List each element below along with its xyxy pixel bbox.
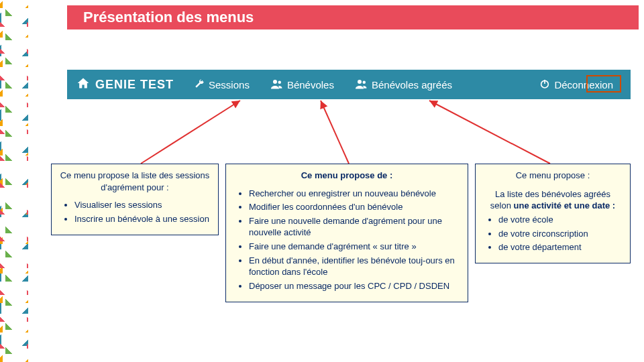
nav-label: Déconnexion — [554, 79, 613, 90]
nav-label: Sessions — [209, 79, 250, 90]
subheader-bold: une activité et une date : — [514, 200, 616, 210]
brand-label: GENIE TEST — [95, 78, 174, 92]
info-box-benevoles: Ce menu propose de : Rechercher ou enreg… — [225, 164, 468, 302]
list-item: Inscrire un bénévole à une session — [74, 214, 210, 225]
box-header: Ce menu propose : — [484, 170, 622, 182]
box-list: Visualiser les sessions Inscrire un béné… — [60, 200, 210, 225]
nav-brand[interactable]: GENIE TEST — [74, 76, 183, 93]
list-item: Faire une demande d'agrément « sur titre… — [249, 241, 460, 253]
nav-label: Bénévoles agréés — [372, 79, 452, 90]
list-item: de votre école — [498, 215, 622, 226]
svg-line-7 — [321, 101, 349, 164]
nav-item-benevoles[interactable]: Bénévoles — [260, 70, 345, 99]
svg-point-3 — [362, 80, 366, 84]
svg-point-2 — [358, 80, 362, 84]
list-item: Faire une nouvelle demande d'agrément po… — [249, 216, 460, 239]
page-title-bar: Présentation des menus — [67, 5, 639, 29]
list-item: de votre circonscription — [498, 229, 622, 240]
list-item: En début d'année, identifier les bénévol… — [249, 255, 460, 278]
users-icon — [271, 78, 283, 91]
list-item: Visualiser les sessions — [74, 200, 210, 211]
nav-item-logout[interactable]: Déconnexion — [529, 70, 624, 99]
decorative-sidebar — [0, 0, 28, 362]
box-header: Ce menu propose la liste des sessions d'… — [60, 170, 210, 193]
box-header: Ce menu propose de : — [234, 170, 460, 182]
users-icon — [356, 78, 368, 91]
svg-point-0 — [273, 80, 277, 84]
svg-line-8 — [429, 101, 550, 164]
list-item: Modifier les coordonnées d'un bénévole — [249, 202, 460, 213]
info-box-agrees: Ce menu propose : La liste des bénévoles… — [475, 164, 631, 263]
nav-item-sessions[interactable]: Sessions — [183, 70, 260, 99]
page-title: Présentation des menus — [83, 9, 254, 26]
list-item: de votre département — [498, 242, 622, 253]
svg-line-6 — [141, 101, 240, 164]
box-subheader: La liste des bénévoles agréés selon une … — [484, 188, 622, 212]
wrench-icon — [194, 78, 205, 91]
nav-item-benevoles-agrees[interactable]: Bénévoles agréés — [345, 70, 463, 99]
nav-label: Bénévoles — [287, 79, 334, 90]
home-icon — [76, 76, 90, 93]
info-boxes-row: Ce menu propose la liste des sessions d'… — [51, 164, 635, 302]
box-list: de votre école de votre circonscription … — [484, 215, 622, 254]
list-item: Rechercher ou enregistrer un nouveau bén… — [249, 188, 460, 200]
power-icon — [539, 78, 550, 91]
info-box-sessions: Ce menu propose la liste des sessions d'… — [51, 164, 219, 235]
svg-point-1 — [278, 80, 281, 84]
box-list: Rechercher ou enregistrer un nouveau bén… — [234, 188, 460, 292]
app-navbar: GENIE TEST Sessions Bénévoles Bénévoles … — [67, 70, 631, 99]
list-item: Déposer un message pour les CPC / CPD / … — [249, 281, 460, 292]
